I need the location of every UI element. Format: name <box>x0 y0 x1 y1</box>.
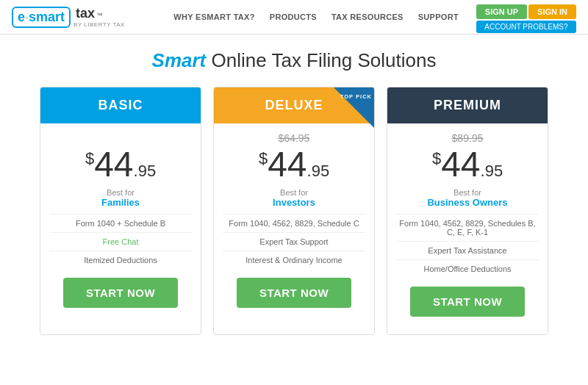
logo-tm: ™ <box>96 12 103 19</box>
header-buttons: SIGN UP SIGN IN ACCOUNT PROBLEMS? <box>476 4 576 33</box>
nav-products[interactable]: PRODUCTS <box>270 12 317 21</box>
main-nav: WHY ESMART TAX? PRODUCTS TAX RESOURCES S… <box>173 12 459 21</box>
top-pick-label: TOP PICK <box>340 93 372 100</box>
plan-deluxe-name: DELUXE <box>265 98 323 112</box>
plan-basic-dollars: 44 <box>94 145 133 184</box>
plan-deluxe-cta[interactable]: START NOW <box>237 278 351 308</box>
plan-deluxe-feature-1: Form 1040, 4562, 8829, Schedule C <box>223 214 365 232</box>
hero-title-smart: Smart <box>152 49 207 71</box>
plan-basic-best-for-label: Best for <box>49 188 192 197</box>
plan-basic: BASIC $44.95 Best for Families Form 1040… <box>40 87 201 335</box>
plan-basic-header: BASIC <box>40 87 201 123</box>
plan-basic-body: $44.95 Best for Families Form 1040 + Sch… <box>40 123 201 325</box>
plan-premium-feature-2: Expert Tax Assistance <box>396 241 539 259</box>
plan-premium-feature-1: Form 1040, 4562, 8829, Schedules B, C, E… <box>396 214 539 241</box>
signup-button[interactable]: SIGN UP <box>476 4 527 19</box>
plan-deluxe-best-for-label: Best for <box>223 188 365 197</box>
plan-deluxe-cents: 95 <box>312 162 329 180</box>
plan-premium-best-for-label: Best for <box>396 188 539 197</box>
logo-sub: BY LIBERTY TAX <box>74 21 125 28</box>
logo-e-char: e <box>18 10 25 25</box>
hero-title-rest: Online Tax Filing Solutions <box>206 49 436 71</box>
plan-deluxe-dollars: 44 <box>268 145 306 184</box>
plan-premium-dollars: 44 <box>441 145 480 184</box>
plan-basic-feature-1: Form 1040 + Schedule B <box>49 214 192 232</box>
nav-tax-resources[interactable]: TAX RESOURCES <box>331 12 404 21</box>
logo: e · smart tax ™ BY LIBERTY TAX <box>12 6 125 28</box>
plan-premium: PREMIUM $89.95 $44.95 Best for Business … <box>387 87 548 335</box>
plan-basic-cta[interactable]: START NOW <box>63 278 177 308</box>
plan-deluxe-body: $64.95 $44.95 Best for Investors Form 10… <box>214 123 374 325</box>
plan-deluxe-header: DELUXE TOP PICK <box>214 87 374 123</box>
plan-basic-original-price <box>49 132 192 145</box>
plan-basic-feature-2: Free Chat <box>49 232 192 251</box>
signin-button[interactable]: SIGN IN <box>528 4 576 19</box>
logo-tax-text: tax <box>76 6 95 21</box>
plan-basic-name: BASIC <box>98 98 143 112</box>
plan-basic-price: $44.95 <box>49 147 192 182</box>
plan-basic-feature-3: Itemized Deductions <box>49 251 192 269</box>
plan-deluxe-original-price: $64.95 <box>223 132 365 145</box>
plan-premium-cta[interactable]: START NOW <box>410 287 524 317</box>
plan-premium-original-price: $89.95 <box>396 132 539 145</box>
plan-premium-name: PREMIUM <box>434 98 501 112</box>
account-problems-button[interactable]: ACCOUNT PROBLEMS? <box>476 21 576 33</box>
hero-title: Smart Online Tax Filing Solutions <box>0 49 588 72</box>
logo-box: e · smart <box>12 7 71 28</box>
nav-support[interactable]: SUPPORT <box>418 12 459 21</box>
hero-section: Smart Online Tax Filing Solutions <box>0 35 588 79</box>
plan-deluxe-feature-2: Expert Tax Support <box>223 232 365 251</box>
plan-deluxe-price: $44.95 <box>223 147 365 182</box>
plan-premium-body: $89.95 $44.95 Best for Business Owners F… <box>387 123 548 334</box>
header-top-buttons: SIGN UP SIGN IN <box>476 4 576 19</box>
logo-smart-char: smart <box>29 10 65 25</box>
plan-basic-cents: 95 <box>138 162 156 180</box>
plan-premium-header: PREMIUM <box>387 87 548 123</box>
plan-premium-cents: 95 <box>485 162 503 180</box>
plan-deluxe: DELUXE TOP PICK $64.95 $44.95 Best for I… <box>213 87 375 335</box>
plan-basic-best-for-value: Families <box>49 197 192 208</box>
plan-premium-feature-3: Home/Office Deductions <box>396 259 539 278</box>
plan-premium-price: $44.95 <box>396 147 539 182</box>
plan-deluxe-best-for-value: Investors <box>223 197 365 208</box>
plan-deluxe-feature-3: Interest & Ordinary Income <box>223 251 365 269</box>
plans-section: BASIC $44.95 Best for Families Form 1040… <box>0 79 588 342</box>
nav-why[interactable]: WHY ESMART TAX? <box>173 12 254 21</box>
plan-premium-best-for-value: Business Owners <box>396 197 539 208</box>
header: e · smart tax ™ BY LIBERTY TAX WHY ESMAR… <box>0 0 588 35</box>
